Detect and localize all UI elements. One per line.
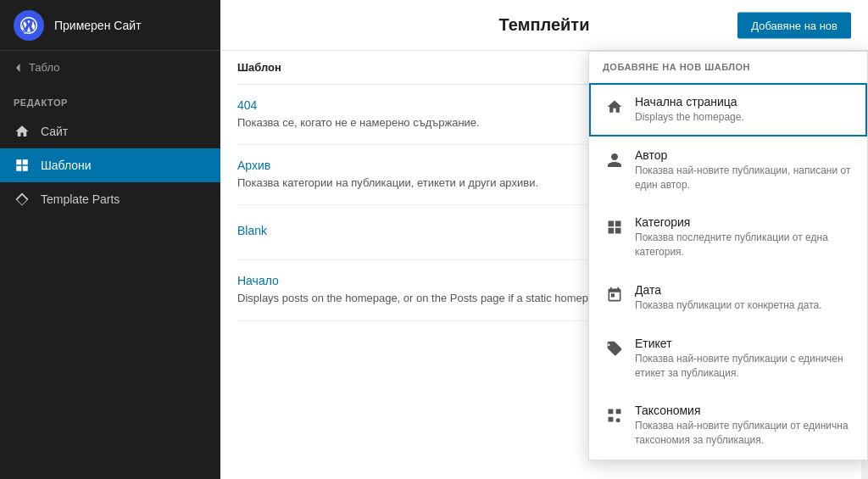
back-to-dashboard[interactable]: Табло	[0, 51, 220, 84]
dropdown-item-title: Етикет	[635, 337, 852, 350]
dropdown-item-title: Категория	[635, 215, 852, 229]
home-icon	[14, 123, 31, 140]
template-desc: Показва се, когато не е намерено съдържа…	[237, 116, 480, 129]
sidebar-item-templates[interactable]: Шаблони	[0, 148, 220, 182]
sidebar-header: Примерен Сайт	[0, 0, 220, 51]
dropdown-item-title: Таксономия	[635, 404, 852, 417]
site-name: Примерен Сайт	[54, 19, 142, 32]
add-template-dropdown: ДОБАВЯНЕ НА НОВ ШАБЛОН Начална страница …	[588, 51, 868, 460]
dropdown-item-desc: Displays the homepage.	[635, 110, 852, 125]
dropdown-item-title: Начална страница	[635, 95, 852, 109]
dropdown-item-author[interactable]: Автор Показва най-новите публикации, нап…	[589, 136, 867, 204]
homepage-icon	[604, 97, 625, 117]
category-icon	[604, 217, 625, 237]
dropdown-item-taxonomy[interactable]: Таксономия Показва най-новите публикации…	[589, 392, 867, 460]
dropdown-item-title: Дата	[635, 283, 852, 297]
main-content: Темплейти Добавяне на нов Шаблон До 404 …	[220, 0, 868, 479]
sidebar-section-label: Редактор	[0, 84, 220, 114]
main-header: Темплейти Добавяне на нов	[220, 0, 868, 51]
date-icon	[604, 285, 625, 305]
dropdown-item-desc: Показва най-новите публикации от единичн…	[635, 419, 852, 448]
page-title: Темплейти	[499, 15, 590, 35]
dropdown-item-title: Автор	[635, 148, 852, 162]
sidebar: Примерен Сайт Табло Редактор Сайт Шаблон…	[0, 0, 220, 479]
template-desc: Показва категории на публикации, етикети…	[237, 176, 538, 189]
template-desc: Displays posts on the homepage, or on th…	[237, 292, 638, 304]
wp-logo	[14, 10, 44, 41]
dropdown-item-desc: Показва публикации от конкретна дата.	[635, 298, 852, 313]
dropdown-item-desc: Показва последните публикации от една ка…	[635, 231, 852, 259]
author-icon	[604, 150, 625, 170]
dropdown-item-desc: Показва най-новите публикации, написани …	[635, 164, 852, 192]
sidebar-item-template-parts[interactable]: Template Parts	[0, 182, 220, 216]
sidebar-item-site[interactable]: Сайт	[0, 114, 220, 148]
dropdown-item-date[interactable]: Дата Показва публикации от конкретна дат…	[589, 271, 867, 325]
grid-icon	[14, 157, 31, 174]
taxonomy-icon	[604, 405, 625, 426]
tag-icon	[604, 338, 625, 359]
dropdown-header: ДОБАВЯНЕ НА НОВ ШАБЛОН	[589, 52, 867, 83]
dropdown-item-category[interactable]: Категория Показва последните публикации …	[589, 203, 867, 271]
dropdown-item-homepage[interactable]: Начална страница Displays the homepage.	[589, 83, 867, 136]
sidebar-nav: Сайт Шаблони Template Parts	[0, 114, 220, 216]
diamond-icon	[14, 191, 31, 208]
add-new-button[interactable]: Добавяне на нов	[737, 12, 851, 38]
dropdown-item-tag[interactable]: Етикет Показва най-новите публикации с е…	[589, 325, 867, 393]
dropdown-item-desc: Показва най-новите публикации с единичен…	[635, 352, 852, 381]
